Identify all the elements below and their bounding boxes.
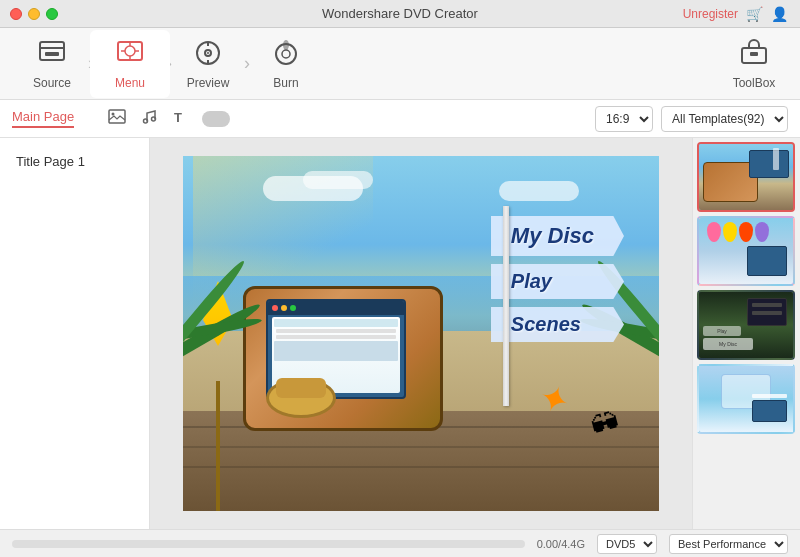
main-page-tab[interactable]: Main Page — [12, 109, 74, 128]
toggle-switch[interactable] — [202, 111, 230, 127]
progress-bar-container — [12, 540, 525, 548]
toolbar-item-menu[interactable]: Menu — [90, 30, 170, 98]
menu-icon — [115, 38, 145, 72]
title-bar: Wondershare DVD Creator Unregister 🛒 👤 — [0, 0, 800, 28]
title-page-label: Title Page 1 — [16, 154, 85, 169]
menu-btn-mydisc[interactable]: My Disc — [491, 216, 624, 256]
toolbox-button[interactable]: ToolBox — [724, 30, 784, 98]
preview-label: Preview — [187, 76, 230, 90]
toolbar-item-burn[interactable]: Burn — [246, 30, 326, 98]
toolbox-label: ToolBox — [733, 76, 776, 90]
thumb-inner-2 — [699, 218, 793, 284]
menu-btn-scenes-label: Scenes — [511, 313, 581, 335]
right-panel: My Disc Play — [692, 138, 800, 529]
menu-buttons: My Disc Play Scenes — [491, 216, 624, 342]
sub-toolbar-right: 16:9 4:3 All Templates(92) — [595, 106, 788, 132]
menu-btn-mydisc-label: My Disc — [511, 223, 594, 248]
sub-toolbar: Main Page T 16:9 4:3 — [0, 100, 800, 138]
template-thumb-1[interactable] — [697, 142, 795, 212]
user-icon[interactable]: 👤 — [771, 6, 788, 22]
template-thumb-4[interactable] — [697, 364, 795, 434]
template-thumb-3[interactable]: My Disc Play — [697, 290, 795, 360]
maximize-button[interactable] — [46, 8, 58, 20]
progress-text: 0.00/4.4G — [537, 538, 585, 550]
menu-btn-play[interactable]: Play — [491, 264, 624, 299]
left-panel: Title Page 1 — [0, 138, 150, 529]
burn-label: Burn — [273, 76, 298, 90]
svg-point-4 — [125, 46, 135, 56]
svg-point-22 — [152, 117, 156, 121]
dvd-preview: ✦ 🕶 My Disc Play Scenes — [183, 156, 659, 511]
quality-select[interactable]: Best Performance Best Quality — [669, 534, 788, 554]
menu-btn-scenes[interactable]: Scenes — [491, 307, 624, 342]
title-bar-right: Unregister 🛒 👤 — [683, 6, 788, 22]
disc-type-select[interactable]: DVD5 DVD9 — [597, 534, 657, 554]
menu-label: Menu — [115, 76, 145, 90]
template-thumb-2[interactable] — [697, 216, 795, 286]
text-icon[interactable]: T — [170, 106, 192, 132]
center-canvas[interactable]: ✦ 🕶 My Disc Play Scenes — [150, 138, 692, 529]
svg-point-11 — [207, 52, 209, 54]
svg-point-20 — [112, 112, 115, 115]
unregister-link[interactable]: Unregister — [683, 7, 738, 21]
source-label: Source — [33, 76, 71, 90]
toolbar-items: Source › Menu › — [12, 30, 326, 98]
thumb-inner-3: My Disc Play — [699, 292, 793, 358]
burn-icon — [271, 38, 301, 72]
cart-icon[interactable]: 🛒 — [746, 6, 763, 22]
svg-rect-0 — [40, 42, 64, 60]
close-button[interactable] — [10, 8, 22, 20]
thumb-inner-4 — [699, 366, 793, 432]
toolbox-icon — [740, 38, 768, 72]
svg-rect-19 — [109, 110, 125, 123]
toolbar-item-source[interactable]: Source — [12, 30, 92, 98]
svg-rect-2 — [45, 52, 59, 56]
svg-text:T: T — [174, 110, 182, 125]
image-icon[interactable] — [106, 106, 128, 132]
minimize-button[interactable] — [28, 8, 40, 20]
music-icon[interactable] — [138, 106, 160, 132]
traffic-lights — [10, 8, 58, 20]
aspect-ratio-select[interactable]: 16:9 4:3 — [595, 106, 653, 132]
svg-rect-18 — [750, 52, 758, 56]
menu-btn-play-label: Play — [511, 270, 552, 292]
preview-icon — [193, 38, 223, 72]
main-content: Title Page 1 — [0, 138, 800, 529]
svg-point-16 — [283, 40, 289, 50]
status-bar: 0.00/4.4G DVD5 DVD9 Best Performance Bes… — [0, 529, 800, 557]
source-icon — [37, 38, 67, 72]
toolbar: Source › Menu › — [0, 28, 800, 100]
title-page-item[interactable]: Title Page 1 — [0, 146, 149, 177]
templates-select[interactable]: All Templates(92) — [661, 106, 788, 132]
svg-point-15 — [282, 50, 290, 58]
thumb-inner-1 — [699, 144, 793, 210]
app-title: Wondershare DVD Creator — [322, 6, 478, 21]
sub-toolbar-icons: T — [106, 106, 230, 132]
toolbar-item-preview[interactable]: Preview — [168, 30, 248, 98]
svg-point-21 — [144, 119, 148, 123]
